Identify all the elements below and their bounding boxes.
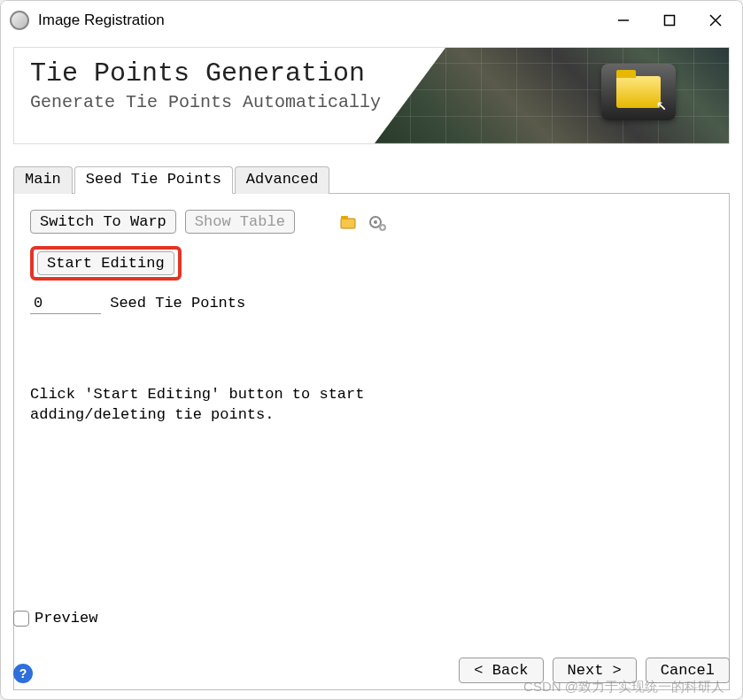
switch-to-warp-button[interactable]: Switch To Warp	[30, 210, 176, 234]
header-banner: Tie Points Generation Generate Tie Point…	[13, 47, 730, 144]
open-folder-badge[interactable]: ↖	[601, 64, 676, 120]
preview-label: Preview	[35, 610, 97, 627]
app-window: Image Registration Tie Points Generation…	[0, 0, 743, 700]
preview-checkbox[interactable]	[13, 611, 29, 627]
next-button[interactable]: Next >	[553, 658, 637, 683]
close-button[interactable]	[693, 1, 739, 40]
svg-rect-5	[341, 216, 348, 219]
open-folder-icon[interactable]	[339, 212, 359, 232]
tab-strip: Main Seed Tie Points Advanced	[13, 165, 730, 194]
cursor-icon: ↖	[656, 93, 667, 115]
app-icon	[10, 11, 29, 30]
close-icon	[709, 14, 722, 27]
preview-checkbox-row[interactable]: Preview	[13, 610, 97, 627]
minimize-icon	[617, 14, 630, 27]
start-editing-button[interactable]: Start Editing	[37, 251, 174, 275]
show-table-button[interactable]: Show Table	[185, 210, 295, 234]
seed-count-row: Seed Tie Points	[30, 293, 713, 314]
toolbar-row: Switch To Warp Show Table	[30, 210, 713, 234]
tab-seed-tie-points[interactable]: Seed Tie Points	[74, 166, 233, 194]
back-button[interactable]: < Back	[459, 658, 543, 683]
gear-add-icon[interactable]	[368, 212, 387, 232]
help-icon[interactable]: ?	[13, 664, 33, 683]
hint-text: Click 'Start Editing' button to start ad…	[30, 385, 713, 426]
folder-icon	[616, 76, 661, 108]
minimize-button[interactable]	[600, 1, 646, 40]
start-editing-highlight: Start Editing	[30, 246, 182, 281]
window-title: Image Registration	[38, 12, 165, 29]
maximize-button[interactable]	[646, 1, 693, 40]
tab-advanced[interactable]: Advanced	[235, 166, 330, 194]
maximize-icon	[663, 14, 676, 27]
seed-count-input[interactable]	[30, 293, 101, 314]
nav-buttons: < Back Next > Cancel	[459, 658, 730, 683]
svg-point-7	[374, 220, 377, 224]
titlebar: Image Registration	[1, 1, 742, 40]
seed-count-label: Seed Tie Points	[110, 295, 245, 312]
footer: Preview ? < Back Next > Cancel	[1, 601, 742, 699]
svg-rect-4	[341, 219, 355, 228]
tab-main[interactable]: Main	[13, 166, 73, 194]
cancel-button[interactable]: Cancel	[646, 658, 730, 683]
svg-rect-1	[665, 16, 675, 26]
